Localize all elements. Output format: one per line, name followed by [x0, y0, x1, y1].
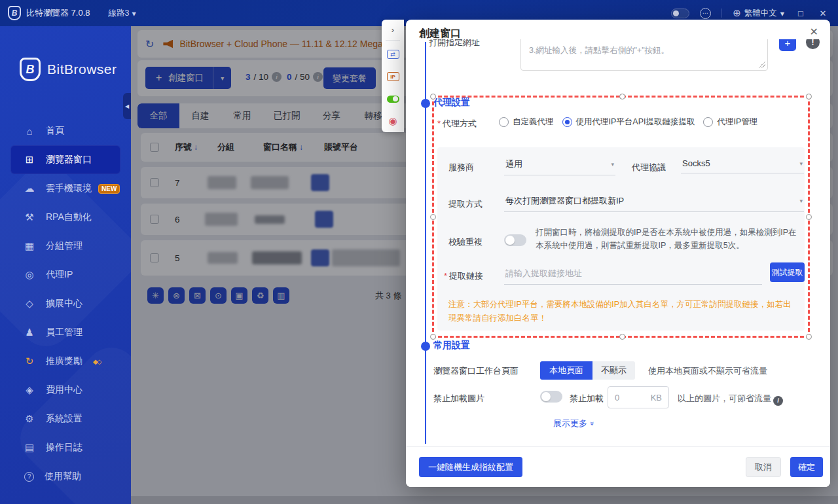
- workbench-segmented: 本地頁面 不顯示: [540, 361, 635, 380]
- quickbar-toggle[interactable]: [387, 88, 399, 110]
- show-more-link[interactable]: 展示更多 »: [553, 418, 594, 429]
- close-app-button[interactable]: ✕: [817, 9, 829, 18]
- workbench-label: 瀏覽器窗口工作台頁面: [433, 365, 519, 377]
- provider-label: 服務商: [448, 162, 474, 173]
- caret-down-icon: ▾: [799, 160, 803, 167]
- quickbar-window-sync[interactable]: ⇄: [387, 43, 399, 65]
- dedupe-toggle[interactable]: [504, 234, 526, 246]
- workbench-hint: 使用本地頁面或不顯示可省流量: [648, 365, 767, 377]
- line-selector[interactable]: 線路3 ▾: [109, 8, 136, 19]
- selection-handle[interactable]: [806, 334, 812, 340]
- sidebar-item-groups[interactable]: ▦ 分組管理: [10, 232, 120, 261]
- extract-link-input[interactable]: 請輸入提取鏈接地址: [504, 268, 762, 285]
- selection-handle[interactable]: [430, 214, 436, 220]
- grid-icon: ⊞: [24, 154, 35, 166]
- sidebar-item-referral[interactable]: ↻ 推廣獎勵 ◆◇: [10, 347, 120, 376]
- selection-handle[interactable]: [619, 334, 625, 340]
- quickbar-divider: [386, 40, 400, 41]
- sidebar: B BitBrowser ◀ ⌂ 首頁 ⊞ 瀏覽器窗口 ☁ 雲手機環境 NEW …: [0, 26, 131, 504]
- sidebar-collapse-handle[interactable]: ◀: [123, 93, 131, 119]
- open-url-label: 打開指定網址: [429, 39, 507, 48]
- info-icon[interactable]: i: [773, 396, 783, 406]
- add-url-button[interactable]: +: [779, 39, 796, 51]
- robot-icon: ⚒: [24, 211, 35, 223]
- noimg-label: 禁止加載圖片: [433, 393, 484, 405]
- question-icon: ?: [24, 472, 34, 482]
- workbench-local-option[interactable]: 本地頁面: [540, 361, 592, 380]
- confirm-button[interactable]: 確定: [790, 457, 823, 477]
- image-size-value: 0: [615, 393, 619, 403]
- sidebar-item-extensions[interactable]: ◇ 擴展中心: [10, 289, 120, 318]
- sidebar-menu: ⌂ 首頁 ⊞ 瀏覽器窗口 ☁ 雲手機環境 NEW ⚒ RPA自動化 ▦ 分組管理…: [0, 117, 131, 491]
- sidebar-item-proxy-ip[interactable]: ◎ 代理IP: [10, 261, 120, 289]
- box-icon: ◇: [24, 298, 35, 310]
- home-icon: ⌂: [24, 126, 35, 137]
- sidebar-item-billing[interactable]: ◈ 費用中心: [10, 376, 120, 405]
- radio-proxy-manage-label[interactable]: 代理IP管理: [717, 117, 757, 128]
- radio-api-extract-label[interactable]: 使用代理IP平台API提取鏈接提取: [576, 117, 695, 128]
- toggle-on-icon: [387, 96, 399, 103]
- resize-handle-icon[interactable]: [759, 62, 765, 68]
- caret-down-icon: ▾: [780, 9, 784, 18]
- selection-handle[interactable]: [430, 334, 436, 340]
- random-fingerprint-button[interactable]: 一鍵隨機生成指紋配置: [419, 457, 522, 477]
- sidebar-item-home[interactable]: ⌂ 首頁: [10, 117, 120, 145]
- sidebar-item-logs[interactable]: ▤ 操作日誌: [10, 433, 120, 462]
- extract-mode-select[interactable]: 每次打開瀏覽器窗口都提取新IP ▾: [504, 195, 804, 212]
- sidebar-item-staff[interactable]: ♟ 員工管理: [10, 318, 120, 347]
- protocol-label: 代理協議: [632, 162, 666, 173]
- language-selector[interactable]: ⊕ 繁體中文 ▾: [733, 7, 784, 19]
- radio-custom-proxy[interactable]: [499, 117, 509, 127]
- radio-api-extract[interactable]: [562, 117, 572, 127]
- sidebar-item-rpa[interactable]: ⚒ RPA自動化: [10, 203, 120, 232]
- test-extract-button[interactable]: 測試提取: [770, 262, 805, 282]
- shield-icon: ◈: [24, 384, 35, 396]
- workbench-hide-option[interactable]: 不顯示: [592, 361, 635, 380]
- open-url-textarea[interactable]: 3.網址輸入後，請點擊右側的"+"按鈕。: [520, 39, 768, 71]
- selection-handle[interactable]: [806, 94, 812, 99]
- modal-close-icon[interactable]: ✕: [810, 26, 818, 38]
- sidebar-item-settings[interactable]: ⚙ 系統設置: [10, 405, 120, 433]
- pin-icon: ◎: [24, 269, 35, 281]
- proxy-section-title: 代理設置: [433, 97, 470, 109]
- sidebar-item-help[interactable]: ? 使用幫助: [10, 462, 120, 491]
- selection-handle[interactable]: [806, 214, 812, 220]
- section-dot: [421, 342, 430, 351]
- selection-handle[interactable]: [619, 94, 625, 99]
- radio-custom-proxy-label[interactable]: 自定義代理: [513, 117, 554, 128]
- common-section-title: 常用設置: [433, 340, 470, 351]
- sidebar-item-browser-windows[interactable]: ⊞ 瀏覽器窗口: [10, 145, 120, 174]
- brand-shield-icon: B: [20, 58, 41, 81]
- modal-body: 打開指定網址 3.網址輸入後，請點擊右側的"+"按鈕。 + ! 代理設置 *代理…: [406, 39, 830, 446]
- modal-quickbar: › ⇄ IP ◉: [382, 20, 404, 132]
- theme-toggle[interactable]: [671, 9, 689, 18]
- extract-mode-label: 提取方式: [448, 198, 483, 210]
- reward-icon: ↻: [24, 355, 35, 367]
- brand-name: BitBrowser: [47, 62, 117, 77]
- cancel-button[interactable]: 取消: [746, 457, 781, 477]
- app-logo-icon: B: [8, 6, 21, 20]
- ip-icon: IP: [387, 72, 399, 81]
- titlebar-divider: [721, 9, 722, 18]
- double-chevron-down-icon: »: [589, 422, 596, 425]
- proxy-method-radios: 自定義代理 使用代理IP平台API提取鏈接提取 代理IP管理: [499, 117, 757, 128]
- section-dot: [421, 99, 430, 108]
- caret-down-icon: ▾: [611, 161, 614, 168]
- quickbar-collapse-icon[interactable]: ›: [392, 25, 394, 35]
- noimg-toggle[interactable]: [540, 391, 562, 403]
- radio-proxy-manage[interactable]: [703, 117, 713, 127]
- protocol-select[interactable]: Socks5 ▾: [681, 158, 804, 173]
- quickbar-fingerprint[interactable]: ◉: [388, 110, 397, 132]
- image-size-input[interactable]: 0 KB: [608, 386, 669, 408]
- whitelist-note: 注意：大部分代理IP平台，需要將本地設備的IP加入其白名單，方可正常訪問提取鏈接…: [448, 298, 797, 325]
- new-badge: NEW: [98, 184, 120, 194]
- sidebar-item-cloud-phone[interactable]: ☁ 雲手機環境 NEW: [10, 174, 120, 203]
- open-url-placeholder: 3.網址輸入後，請點擊右側的"+"按鈕。: [529, 45, 669, 56]
- noimg-hint: 以上的圖片，可節省流量i: [678, 393, 783, 406]
- layers-icon: ▦: [24, 240, 35, 252]
- proxy-settings-panel: 服務商 通用 ▾ 代理協議 Socks5 ▾ 提取方式 每次打開瀏覽器窗口都提取…: [437, 147, 805, 331]
- quickbar-ip[interactable]: IP: [387, 65, 399, 88]
- support-icon[interactable]: ⋯: [700, 8, 711, 19]
- provider-select[interactable]: 通用 ▾: [504, 158, 615, 175]
- maximize-button[interactable]: □: [795, 9, 807, 18]
